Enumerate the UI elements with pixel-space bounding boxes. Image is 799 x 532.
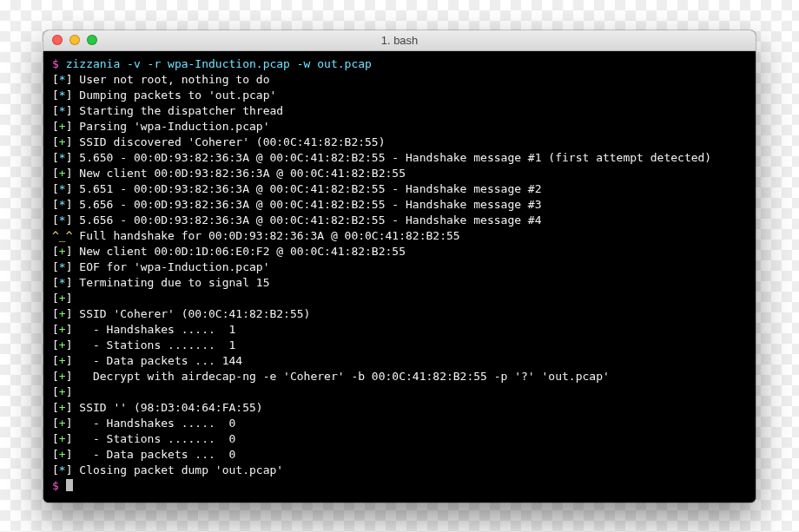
terminal-line: [+] - Stations ....... 1 xyxy=(52,338,747,353)
terminal-line: [*] EOF for 'wpa-Induction.pcap' xyxy=(52,259,747,275)
terminal-window: 1. bash $ zizzania -v -r wpa-Induction.p… xyxy=(43,30,756,502)
terminal-line: [*] Starting the dispatcher thread xyxy=(52,103,747,119)
prompt-symbol: $ xyxy=(52,57,59,70)
terminal-body[interactable]: $ zizzania -v -r wpa-Induction.pcap -w o… xyxy=(43,51,756,502)
terminal-line: [*] Closing packet dump 'out.pcap' xyxy=(52,463,747,478)
terminal-line: [+] xyxy=(52,291,747,306)
terminal-line: [+] SSID '' (98:D3:04:64:FA:55) xyxy=(52,400,747,416)
terminal-line: [+] - Data packets ... 144 xyxy=(52,353,747,369)
terminal-line: $ xyxy=(52,478,747,494)
terminal-line: [*] 5.651 - 00:0D:93:82:36:3A @ 00:0C:41… xyxy=(52,181,747,197)
terminal-line: [*] 5.656 - 00:0D:93:82:36:3A @ 00:0C:41… xyxy=(52,213,747,228)
terminal-line: [+] - Handshakes ..... 0 xyxy=(52,416,747,431)
terminal-line: [*] Terminating due to signal 15 xyxy=(52,275,747,291)
terminal-line: [*] 5.650 - 00:0D:93:82:36:3A @ 00:0C:41… xyxy=(52,150,747,166)
window-title: 1. bash xyxy=(43,34,756,47)
terminal-line: [+] SSID discovered 'Coherer' (00:0C:41:… xyxy=(52,135,747,150)
terminal-line: [+] - Handshakes ..... 1 xyxy=(52,322,747,338)
cursor xyxy=(66,479,73,491)
terminal-line: [+] New client 00:0D:93:82:36:3A @ 00:0C… xyxy=(52,166,747,181)
terminal-line: [+] - Stations ....... 0 xyxy=(52,431,747,447)
titlebar: 1. bash xyxy=(43,30,756,51)
terminal-line: [+] New client 00:0D:1D:06:E0:F2 @ 00:0C… xyxy=(52,244,747,259)
terminal-line: [*] 5.656 - 00:0D:93:82:36:3A @ 00:0C:41… xyxy=(52,197,747,213)
command-text: zizzania -v -r wpa-Induction.pcap -w out… xyxy=(66,57,372,70)
terminal-line: [+] Parsing 'wpa-Induction.pcap' xyxy=(52,119,747,135)
terminal-line: [+] xyxy=(52,384,747,400)
prompt-symbol: $ xyxy=(52,479,59,492)
terminal-line: [+] SSID 'Coherer' (00:0C:41:82:B2:55) xyxy=(52,306,747,322)
terminal-line: [*] User not root, nothing to do xyxy=(52,72,747,88)
terminal-line: $ zizzania -v -r wpa-Induction.pcap -w o… xyxy=(52,56,747,72)
terminal-line: [+] - Data packets ... 0 xyxy=(52,447,747,463)
terminal-line: [+] Decrypt with airdecap-ng -e 'Coherer… xyxy=(52,369,747,384)
terminal-line: ^_^ Full handshake for 00:0D:93:82:36:3A… xyxy=(52,228,747,244)
terminal-line: [*] Dumping packets to 'out.pcap' xyxy=(52,88,747,103)
